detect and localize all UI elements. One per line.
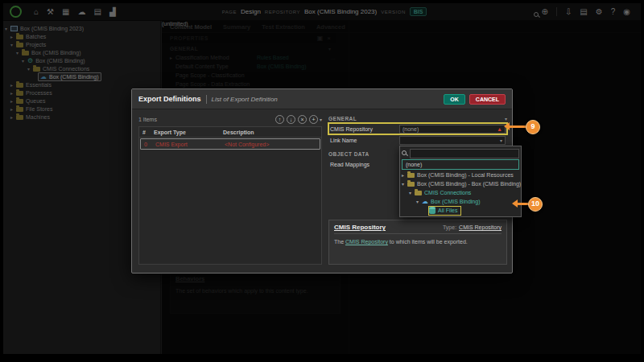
folder-icon: [407, 173, 415, 178]
title-divider: [206, 95, 207, 104]
expander-icon[interactable]: [416, 199, 422, 204]
delete-button[interactable]: [298, 115, 307, 124]
table-row[interactable]: 0 CMIS Export <Not Configured>: [140, 138, 320, 150]
callout-10: 10: [528, 197, 543, 212]
dropdown-item-box-connection[interactable]: Box (CMIS Binding): [402, 197, 519, 206]
move-up-button[interactable]: [275, 115, 284, 124]
ok-button[interactable]: OK: [444, 94, 465, 105]
column-export-type: Export Type: [154, 130, 223, 135]
all-files-highlight: All Files: [429, 207, 460, 215]
repository-picker-dropdown: (none) Box (CMIS Binding) - Local Resour…: [399, 146, 522, 217]
dialog-general-header[interactable]: GENERAL: [328, 113, 507, 123]
dropdown-search-row: [402, 148, 519, 158]
dialog-titlebar: Export Definitions List of Export Defini…: [132, 89, 512, 109]
callout-10-arrow: [517, 203, 528, 205]
field-row-link-name: Link Name: [328, 134, 507, 146]
dropdown-item-all-files[interactable]: All Files: [402, 206, 519, 215]
dropdown-option-none[interactable]: (none): [402, 159, 519, 170]
dialog-title: Export Definitions: [138, 95, 201, 103]
warning-icon: [497, 126, 502, 132]
column-number: #: [139, 130, 154, 135]
screen: PAGE Design REPOSITORY Box (CMIS Binding…: [0, 0, 644, 362]
field-row-cmis-repository: CMIS Repository (none): [328, 123, 507, 134]
list-toolbar: 1 Items: [138, 113, 322, 125]
help-body-link[interactable]: CMIS Repository: [345, 239, 388, 245]
column-description: Description: [223, 130, 321, 135]
database-icon: [429, 207, 436, 214]
chevron-down-icon: [505, 116, 507, 121]
link-name-field[interactable]: [399, 136, 506, 145]
dropdown-item-cmis-connections[interactable]: CMIS Connections: [402, 188, 519, 197]
dropdown-item-local-resources[interactable]: Box (CMIS Binding) - Local Resources: [402, 171, 519, 179]
help-description: The CMIS Repository to which items will …: [334, 238, 502, 245]
callout-9-arrow: [509, 125, 526, 128]
add-dropdown-icon[interactable]: [320, 117, 322, 122]
dropdown-item-box-binding[interactable]: Box (CMIS Binding) - Box (CMIS Binding): [402, 179, 519, 188]
cloud-icon: [422, 199, 428, 205]
export-list-pane: 1 Items # Export Type Description 0 CMIS…: [138, 113, 322, 265]
table-header: # Export Type Description: [139, 127, 321, 138]
export-definitions-table: # Export Type Description 0 CMIS Export …: [138, 126, 322, 265]
folder-icon: [407, 182, 415, 187]
dropdown-search-input[interactable]: [410, 149, 519, 158]
expander-icon[interactable]: [409, 190, 415, 195]
items-count: 1 Items: [138, 117, 273, 122]
property-help-panel: CMIS Repository Type: CMIS Repository Th…: [328, 220, 507, 265]
folder-icon: [415, 191, 422, 195]
cancel-button[interactable]: CANCEL: [469, 94, 506, 105]
dialog-subtitle: List of Export Definition: [212, 96, 440, 103]
help-title-link[interactable]: CMIS Repository: [334, 224, 443, 231]
callout-9: 9: [526, 120, 540, 134]
export-properties-pane: GENERAL CMIS Repository (none) Link Name…: [328, 113, 507, 265]
chevron-down-icon: [500, 138, 502, 143]
move-down-button[interactable]: [287, 115, 295, 124]
search-icon: [402, 150, 407, 156]
expander-icon[interactable]: [402, 172, 407, 178]
expander-icon[interactable]: [402, 181, 407, 187]
cmis-repository-field[interactable]: (none): [399, 125, 506, 134]
add-button[interactable]: [309, 115, 318, 124]
export-definitions-dialog: Export Definitions List of Export Defini…: [131, 88, 513, 274]
help-type-link[interactable]: CMIS Repository: [459, 224, 502, 230]
